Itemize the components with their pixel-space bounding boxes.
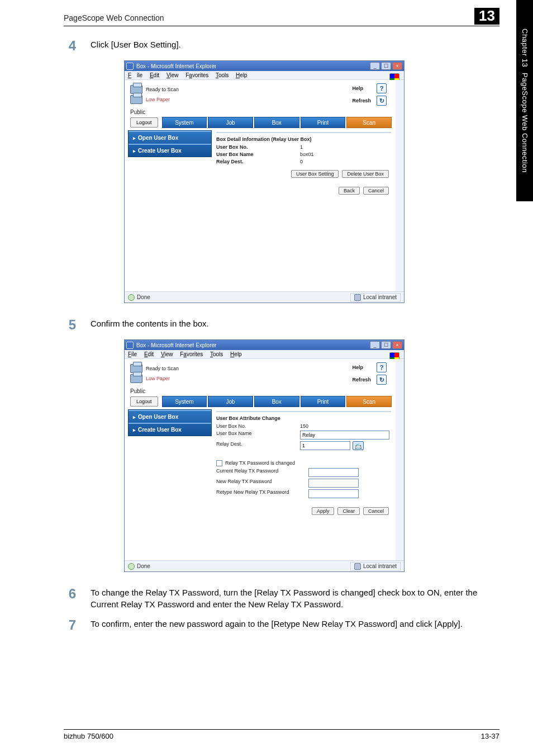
scrollbar-2[interactable]: ▴ ▾ [396, 359, 404, 560]
chapter-badge: 13 [471, 8, 499, 25]
refresh-button[interactable]: ↻ [377, 375, 387, 385]
lbl-current-pw: Current Relay TX Password [216, 468, 308, 477]
cancel-button[interactable]: Cancel [363, 187, 389, 195]
menu-favorites[interactable]: Favorites [180, 351, 203, 357]
tab-job[interactable]: Job [208, 396, 253, 407]
step-6: 6 To change the Relay TX Password, turn … [64, 587, 499, 610]
side-chapter-tab: Chapter 13 PageScope Web Connection [516, 0, 533, 201]
public-label: Public [125, 386, 396, 395]
val-relaydest: 0 [300, 159, 303, 164]
scroll-up-icon[interactable]: ▴ [397, 360, 403, 368]
content-area-2: User Box Attribute Change User Box No.15… [216, 409, 391, 515]
tab-box[interactable]: Box [254, 117, 299, 128]
side-chapter-num: Chapter 13 [521, 29, 529, 67]
tab-system[interactable]: System [162, 117, 207, 128]
menu-file[interactable]: File [128, 72, 142, 78]
cancel-button-2[interactable]: Cancel [363, 507, 389, 515]
menu-tools[interactable]: Tools [210, 351, 223, 357]
menu-favorites[interactable]: Favorites [185, 72, 208, 78]
help-button[interactable]: ? [377, 83, 387, 93]
menu-file[interactable]: File [128, 351, 137, 357]
help-button[interactable]: ? [377, 362, 387, 372]
menu-help[interactable]: Help [236, 72, 248, 78]
side-chapter-title: PageScope Web Connection [521, 73, 529, 173]
lbl2-userboxno: User Box No. [216, 423, 300, 429]
done-icon [128, 294, 135, 301]
tab-job[interactable]: Job [208, 117, 253, 128]
intranet-icon [354, 294, 361, 301]
logout-button[interactable]: Logout [130, 396, 158, 407]
sidebar-item-create-user-box[interactable]: Create User Box [129, 424, 211, 436]
chapter-badge-num: 13 [474, 8, 499, 25]
scroll-up-icon[interactable]: ▴ [397, 81, 403, 89]
lbl-new-pw: New Relay TX Password [216, 479, 308, 488]
lbl-relaydest: Relay Dest. [216, 159, 300, 164]
help-label: Help [352, 86, 371, 91]
ie-statusbar-2: Done Local intranet [125, 560, 404, 571]
ie-body-2: Ready to Scan Low Paper Help ? Refresh ↻… [125, 359, 404, 560]
relaydest-input[interactable] [300, 441, 350, 450]
close-button[interactable]: × [392, 62, 402, 70]
tab-print[interactable]: Print [301, 396, 346, 407]
sidebar-item-create-user-box[interactable]: Create User Box [129, 145, 211, 157]
refresh-label: Refresh [352, 98, 371, 103]
scrollbar[interactable]: ▴ ▾ [396, 80, 404, 291]
apply-button[interactable]: Apply [312, 507, 335, 515]
statusbar-done: Done [137, 294, 150, 300]
refresh-button[interactable]: ↻ [377, 96, 387, 106]
minimize-button[interactable]: _ [370, 62, 380, 70]
relay-pw-changed-checkbox[interactable] [216, 460, 222, 466]
help-label: Help [352, 365, 371, 370]
retype-pw-input[interactable] [308, 489, 359, 498]
close-button[interactable]: × [392, 341, 402, 349]
clear-button[interactable]: Clear [337, 507, 360, 515]
step-4-num: 4 [64, 39, 76, 53]
sidebar-item-open-user-box[interactable]: Open User Box [129, 132, 211, 144]
step-7: 7 To confirm, enter the new password aga… [64, 618, 499, 632]
menu-edit[interactable]: Edit [150, 72, 159, 78]
menu-view[interactable]: View [161, 351, 173, 357]
tab-print[interactable]: Print [301, 117, 346, 128]
content-title-2: User Box Attribute Change [216, 415, 391, 421]
status-lowpaper: Low Paper [146, 97, 170, 102]
tab-scan[interactable]: Scan [346, 396, 392, 407]
public-label: Public [125, 107, 396, 116]
left-menu-2: Open User Box Create User Box [128, 409, 212, 436]
current-pw-input[interactable] [308, 468, 359, 477]
menu-view[interactable]: View [166, 72, 179, 78]
screenshot-1: Box - Microsoft Internet Explorer _ ☐ × … [124, 60, 404, 303]
logout-button[interactable]: Logout [130, 117, 158, 127]
user-box-setting-button[interactable]: User Box Setting [291, 170, 339, 178]
back-button[interactable]: Back [339, 187, 360, 195]
scroll-down-icon[interactable]: ▾ [397, 551, 403, 560]
ie-titlebar: Box - Microsoft Internet Explorer _ ☐ × [125, 61, 404, 71]
menu-help[interactable]: Help [230, 351, 242, 357]
lbl2-relaydest: Relay Dest. [216, 441, 300, 450]
minimize-button[interactable]: _ [370, 341, 380, 349]
sidebar-item-open-user-box[interactable]: Open User Box [129, 411, 211, 423]
step-4-text: Click [User Box Setting]. [91, 39, 499, 53]
step-6-text: To change the Relay TX Password, turn th… [91, 587, 499, 610]
val-userboxno: 1 [300, 144, 303, 150]
address-book-button[interactable]: 📇 [353, 441, 364, 450]
new-pw-input[interactable] [308, 479, 359, 488]
menu-edit[interactable]: Edit [144, 351, 154, 357]
step-5-num: 5 [64, 318, 76, 332]
step-7-text: To confirm, enter the new password again… [91, 618, 499, 632]
left-menu: Open User Box Create User Box [128, 130, 212, 157]
maximize-button[interactable]: ☐ [381, 62, 391, 70]
tab-system[interactable]: System [162, 396, 207, 407]
val-userboxname: box01 [300, 152, 314, 157]
tab-scan[interactable]: Scan [346, 117, 392, 128]
menu-tools[interactable]: Tools [216, 72, 229, 78]
scroll-down-icon[interactable]: ▾ [397, 282, 403, 291]
userboxname-input[interactable] [300, 431, 389, 440]
lbl-userboxno: User Box No. [216, 144, 300, 150]
tab-box[interactable]: Box [254, 396, 299, 407]
delete-user-box-button[interactable]: Delete User Box [342, 170, 389, 178]
ie-menubar-2: File Edit View Favorites Tools Help [125, 350, 404, 359]
ie-app-icon [126, 63, 134, 70]
maximize-button[interactable]: ☐ [381, 341, 391, 349]
screenshot-2: Box - Microsoft Internet Explorer _ ☐ × … [124, 339, 404, 572]
ie-titlebar-2: Box - Microsoft Internet Explorer _ ☐ × [125, 340, 404, 350]
